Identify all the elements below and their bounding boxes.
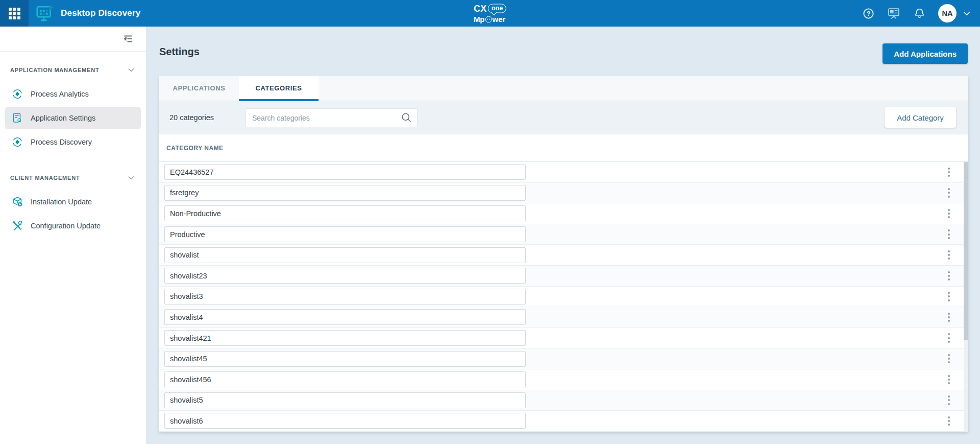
row-menu-button[interactable] — [946, 248, 952, 262]
category-row — [159, 183, 968, 204]
category-row — [159, 287, 968, 308]
category-name-input[interactable] — [164, 226, 526, 242]
row-menu-button[interactable] — [946, 166, 952, 179]
row-menu-button[interactable] — [946, 207, 952, 220]
category-row — [159, 224, 968, 245]
help-icon[interactable]: ? — [862, 7, 875, 20]
category-row — [159, 245, 968, 266]
category-name-input[interactable] — [164, 268, 526, 284]
row-menu-button[interactable] — [946, 352, 952, 365]
sidebar: APPLICATION MANAGEMENT Process Analytics — [0, 27, 146, 444]
row-menu-button[interactable] — [946, 311, 952, 324]
app-grid-icon — [9, 8, 20, 19]
app-launcher-button[interactable] — [0, 0, 29, 27]
category-row — [159, 390, 968, 411]
section-title: APPLICATION MANAGEMENT — [10, 67, 99, 73]
sidebar-item-configuration-update[interactable]: Configuration Update — [5, 215, 141, 237]
cxone-mpower-logo: CX one Mpwer — [474, 4, 506, 23]
sidebar-item-label: Configuration Update — [31, 222, 101, 230]
category-name-input[interactable] — [164, 413, 526, 429]
category-name-input[interactable] — [164, 289, 526, 305]
categories-toolbar: 20 categories Add Category — [159, 101, 968, 134]
search-icon[interactable] — [401, 112, 412, 126]
category-row — [159, 307, 968, 328]
row-menu-button[interactable] — [946, 331, 952, 344]
logo-robot-o-icon — [485, 16, 492, 23]
user-avatar[interactable]: NA — [938, 4, 957, 22]
application-settings-icon — [11, 112, 23, 124]
desktop-discovery-app: Desktop Discovery CX one Mpwer ? — [0, 0, 980, 444]
sidebar-item-label: Installation Update — [31, 198, 92, 206]
categories-count: 20 categories — [169, 113, 214, 122]
vertical-scrollbar[interactable] — [964, 162, 968, 432]
row-menu-button[interactable] — [946, 290, 952, 303]
tab-categories[interactable]: CATEGORIES — [239, 76, 318, 101]
logo-mpower-post: wer — [493, 15, 506, 23]
sidebar-item-installation-update[interactable]: Installation Update — [5, 191, 141, 213]
sidebar-section-client-management[interactable]: CLIENT MANAGEMENT — [0, 155, 146, 189]
row-menu-button[interactable] — [946, 227, 952, 241]
category-row — [159, 411, 968, 432]
section-title: CLIENT MANAGEMENT — [10, 175, 80, 181]
category-name-input[interactable] — [164, 309, 526, 325]
sidebar-item-process-discovery[interactable]: Installation Update Process Discovery — [5, 131, 141, 153]
sidebar-item-process-analytics[interactable]: Process Analytics — [5, 83, 141, 105]
installation-update-icon — [11, 196, 23, 208]
configuration-update-icon — [11, 220, 23, 232]
category-row — [159, 266, 968, 287]
chevron-down-icon — [127, 173, 136, 182]
category-name-input[interactable] — [164, 185, 526, 201]
category-name-input[interactable] — [164, 205, 526, 221]
svg-text:?: ? — [866, 10, 870, 17]
category-name-column-header: CATEGORY NAME — [166, 145, 224, 152]
page-title: Settings — [159, 46, 968, 58]
logo-mpower-pre: Mp — [474, 15, 485, 23]
collapse-sidebar-button[interactable] — [122, 33, 134, 44]
row-menu-button[interactable] — [946, 269, 952, 283]
scrollbar-thumb[interactable] — [964, 162, 968, 340]
category-name-input[interactable] — [164, 164, 526, 180]
tab-applications[interactable]: APPLICATIONS — [159, 76, 239, 101]
chevron-down-icon — [127, 65, 136, 75]
settings-tabs: APPLICATIONS CATEGORIES — [159, 76, 968, 101]
category-row — [159, 348, 968, 369]
top-navigation-bar: Desktop Discovery CX one Mpwer ? — [0, 0, 980, 27]
add-applications-button[interactable]: Add Applications — [883, 43, 968, 64]
sidebar-section-application-management[interactable]: APPLICATION MANAGEMENT — [0, 52, 146, 81]
logo-one-bubble: one — [488, 4, 506, 13]
category-name-input[interactable] — [164, 330, 526, 346]
category-name-input[interactable] — [164, 247, 526, 263]
account-menu-chevron-down-icon[interactable] — [962, 8, 972, 18]
desktop-discovery-logo-icon — [35, 3, 55, 24]
row-menu-button[interactable] — [946, 373, 952, 386]
add-category-button[interactable]: Add Category — [885, 107, 956, 128]
logo-cx-text: CX — [474, 4, 487, 13]
process-analytics-icon — [11, 88, 23, 100]
sidebar-item-label: Process Discovery — [31, 138, 92, 146]
category-name-input[interactable] — [164, 351, 526, 367]
sidebar-item-label: Application Settings — [31, 114, 95, 122]
row-menu-button[interactable] — [946, 393, 952, 407]
search-categories-input[interactable] — [246, 108, 418, 127]
main-content: Settings Add Applications APPLICATIONS C… — [146, 27, 980, 444]
category-row — [159, 203, 968, 224]
settings-panel: APPLICATIONS CATEGORIES 20 categories — [159, 76, 968, 432]
presentation-board-icon[interactable] — [887, 7, 900, 20]
category-table-header: CATEGORY NAME — [159, 134, 968, 162]
process-discovery-icon — [11, 136, 23, 148]
sidebar-item-application-settings[interactable]: Application Settings — [5, 107, 141, 129]
sidebar-item-label: Process Analytics — [31, 90, 89, 98]
category-row — [159, 328, 968, 349]
row-menu-button[interactable] — [946, 414, 952, 428]
row-menu-button[interactable] — [946, 186, 952, 199]
notifications-bell-icon[interactable] — [913, 7, 926, 20]
app-title: Desktop Discovery — [61, 8, 140, 18]
category-row — [159, 162, 968, 183]
category-name-input[interactable] — [164, 392, 526, 408]
category-name-input[interactable] — [164, 371, 526, 387]
category-row — [159, 369, 968, 390]
category-rows — [159, 162, 968, 432]
